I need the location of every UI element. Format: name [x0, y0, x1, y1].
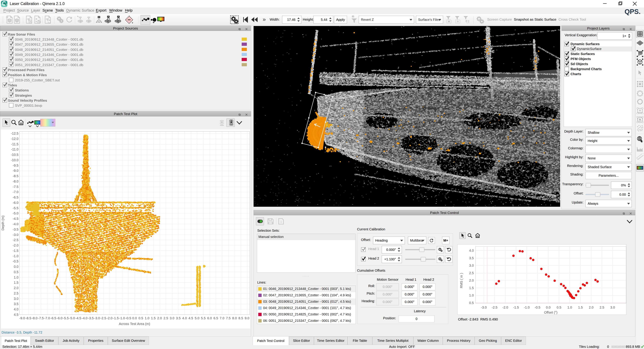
svg-text:i: i	[280, 220, 282, 224]
svg-text:»: »	[263, 17, 266, 22]
